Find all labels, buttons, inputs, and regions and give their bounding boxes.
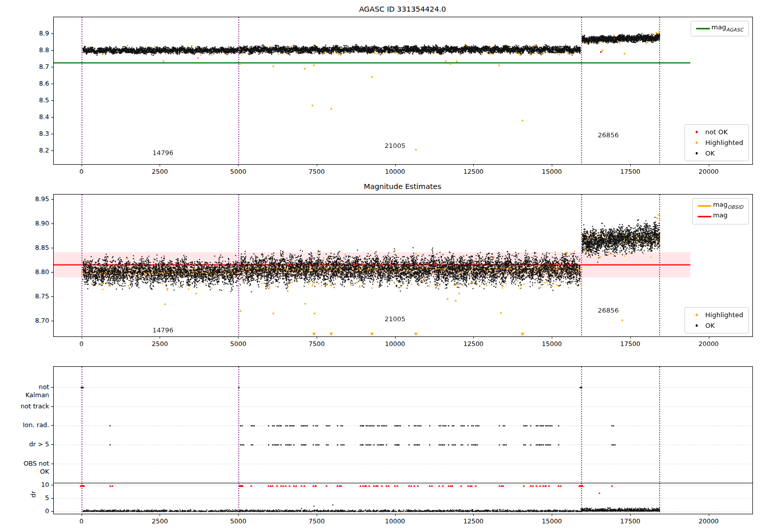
x-tick-label: 15000 [542,168,562,175]
x-tick-mark [82,336,82,338]
legend-label-main: mag [713,211,728,219]
y-tick-label: 8.7 [14,63,49,71]
estimates-line-legend: magOBSID mag [692,198,749,224]
y-tick-mark [51,406,53,407]
dot-swatch-holder [688,141,705,144]
x-tick-label: 15000 [542,517,562,525]
dot-swatch-holder [688,152,705,155]
x-tick-label: 5000 [230,517,246,525]
figure: AGASC ID 331354424.0 Magnitude Estimates… [0,0,760,532]
y-tick-mark [51,296,53,297]
y-tick-mark [51,511,53,512]
y-tick-label: 8.5 [14,96,49,104]
x-tick-mark [473,514,474,516]
legend-label: mag [713,210,728,223]
legend-item-highlighted: Highlighted [688,137,743,148]
black-dot-swatch [696,324,698,327]
y-tick-mark [51,464,53,464]
orange-dot-swatch [696,141,698,144]
obsid-label: 21005 [385,142,405,149]
y-tick-mark [51,84,53,84]
agasc-marker-legend: not OK Highlighted OK [685,124,749,161]
line-swatch-holder [696,216,713,217]
legend-label-main: mag [713,201,728,208]
x-tick-mark [630,514,631,516]
y-tick-label: 8.3 [14,130,49,138]
x-tick-label: 7500 [309,517,325,525]
x-tick-mark [552,164,552,166]
x-tick-mark [238,336,239,338]
y-tick-label: 8.9 [14,29,49,37]
legend-item-not-ok: not OK [688,127,743,137]
legend-label: not OK [705,127,728,137]
x-tick-mark [238,514,239,516]
legend-label: OK [705,321,715,331]
x-tick-mark [630,336,631,338]
x-tick-label: 5000 [230,340,246,348]
x-tick-mark [82,164,82,166]
estimates-marker-legend: Highlighted OK [685,307,749,333]
dot-swatch-holder [688,314,705,316]
y-tick-label: 8.2 [14,146,49,155]
x-tick-mark [552,514,552,516]
y-tick-label: dr > 5 [14,440,49,448]
plot1-title: AGASC ID 331354424.0 [53,5,752,13]
y-tick-mark [51,150,53,151]
y-tick-label: 8.90 [14,219,49,227]
x-tick-label: 12500 [464,340,484,348]
obsid-label: 26856 [598,131,619,139]
x-tick-mark [160,336,160,338]
legend-item-ok: OK [688,148,743,159]
y-tick-mark [51,50,53,51]
x-tick-label: 17500 [620,517,640,525]
x-tick-mark [317,164,317,166]
y-tick-label: not Kalman [14,383,49,391]
line-swatch-holder [694,28,711,29]
y-tick-mark [51,387,53,388]
obsid-label: 21005 [385,315,405,323]
y-tick-mark [51,33,53,34]
x-tick-label: 10000 [385,340,405,348]
x-tick-label: 0 [80,340,84,348]
x-tick-mark [395,336,396,338]
x-tick-mark [552,336,552,338]
legend-label: magAGASC [711,22,743,35]
y-tick-label: Ion. rad. [14,421,49,429]
x-tick-label: 2500 [152,517,168,525]
line-swatch-holder [696,205,713,207]
legend-label-sub: AGASC [726,27,743,32]
red-line-swatch [698,216,711,217]
y-tick-label: 8.85 [14,244,49,252]
y-tick-mark [51,134,53,134]
y-tick-label: not track [14,402,49,410]
legend-label-sub: OBSID [728,204,743,210]
x-tick-label: 7500 [309,340,325,348]
x-tick-label: 12500 [464,517,484,525]
y-tick-label: 8.8 [14,46,49,54]
flags-dr-canvas [54,367,752,514]
x-tick-label: 2500 [152,340,168,348]
x-tick-mark [160,514,160,516]
x-tick-label: 15000 [542,340,562,348]
orange-line-swatch [698,205,711,207]
x-tick-mark [82,514,82,516]
x-tick-mark [395,514,396,516]
legend-item-highlighted: Highlighted [688,310,743,320]
obsid-label: 26856 [598,307,619,314]
y-tick-mark [51,272,53,273]
orange-dot-swatch [696,314,698,316]
x-tick-label: 20000 [699,340,719,348]
x-tick-mark [473,164,474,166]
x-tick-mark [630,164,631,166]
x-tick-label: 7500 [309,168,325,175]
y-tick-mark [51,321,53,321]
x-tick-label: 2500 [152,168,168,175]
y-tick-mark [51,199,53,200]
legend-item-mag-agasc: magAGASC [694,23,743,34]
x-tick-mark [317,514,317,516]
y-tick-label: 8.70 [14,317,49,325]
dot-swatch-holder [688,324,705,327]
legend-label-main: mag [711,23,726,31]
y-tick-mark [51,100,53,101]
y-tick-mark [51,67,53,67]
